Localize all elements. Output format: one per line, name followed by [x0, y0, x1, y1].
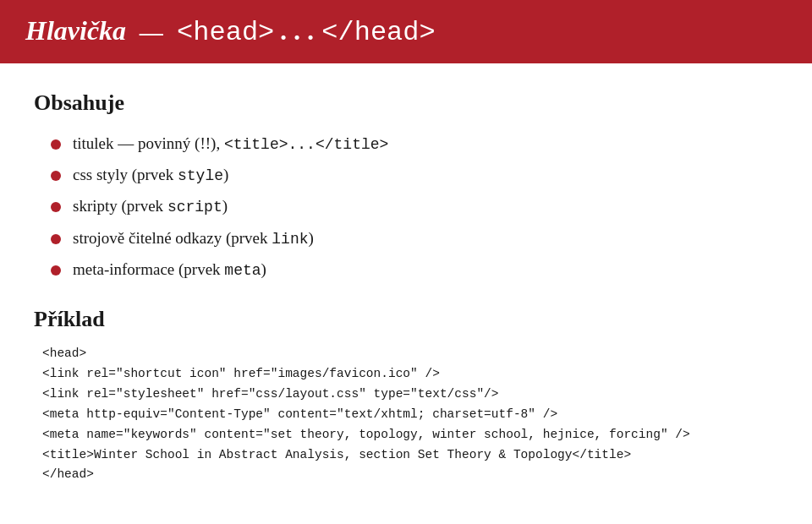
header-title-italic: Hlavička [25, 15, 126, 46]
contains-list: titulek — povinný (!!), <title>...</titl… [51, 133, 778, 281]
list-item: strojově čitelné odkazy (prvek link) [51, 227, 778, 250]
list-item: meta-informace (prvek meta) [51, 259, 778, 281]
code-block: <head> <link rel="shortcut icon" href="i… [42, 344, 778, 485]
item-code: script [167, 199, 222, 216]
header-code-open: <head> [177, 17, 274, 48]
header-bar: Hlavička — <head> . . . </head> [0, 0, 812, 63]
item-text: strojově čitelné odkazy (prvek link) [73, 227, 314, 250]
item-text: titulek — povinný (!!), <title>...</titl… [73, 133, 388, 156]
bullet-icon [51, 265, 61, 276]
item-text: meta-informace (prvek meta) [73, 259, 266, 281]
example-section: Příklad <head> <link rel="shortcut icon"… [34, 307, 778, 485]
item-code: <title>...</title> [224, 136, 388, 153]
bullet-icon [51, 234, 61, 244]
item-code: link [272, 231, 308, 248]
dash: — [118, 134, 134, 152]
example-title: Příklad [34, 307, 778, 332]
list-item: titulek — povinný (!!), <title>...</titl… [51, 133, 778, 156]
contains-title: Obsahuje [34, 90, 778, 116]
bullet-icon [51, 139, 61, 150]
item-text: css styly (prvek style) [73, 164, 228, 187]
list-item: skripty (prvek script) [51, 195, 778, 218]
bullet-icon [51, 202, 61, 212]
header-dash: — [140, 19, 163, 46]
main-content: Obsahuje titulek — povinný (!!), <title>… [0, 63, 812, 502]
item-code: style [178, 167, 223, 184]
contains-section: Obsahuje titulek — povinný (!!), <title>… [34, 90, 778, 281]
bullet-icon [51, 171, 61, 181]
header-title: Hlavička — <head> . . . </head> [25, 15, 436, 48]
header-code-close: </head> [321, 17, 435, 48]
item-code: meta [224, 262, 261, 279]
item-text: skripty (prvek script) [73, 195, 228, 218]
list-item: css styly (prvek style) [51, 164, 778, 187]
header-ellipsis: . . . [281, 15, 321, 46]
